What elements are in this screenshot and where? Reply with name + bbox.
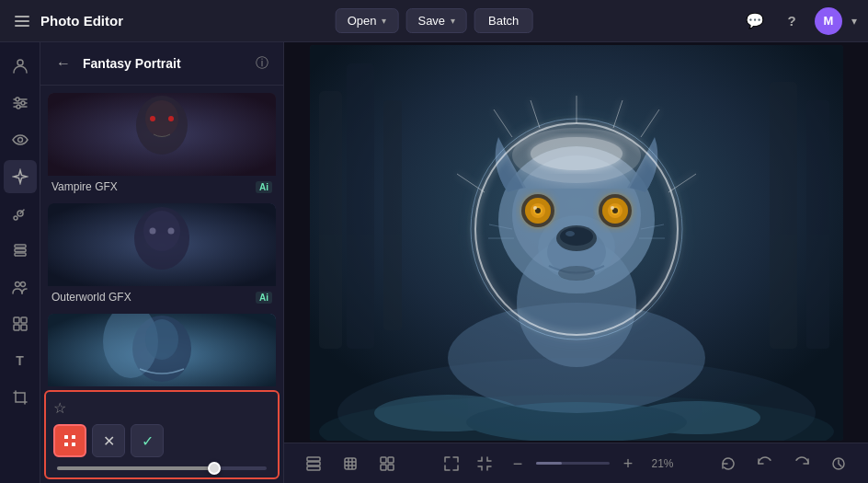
expand-canvas-button[interactable] [437, 449, 466, 478]
back-icon: ← [56, 55, 71, 72]
svg-point-0 [17, 60, 23, 65]
svg-point-6 [17, 105, 20, 109]
sidebar-icon-person[interactable] [4, 50, 37, 83]
svg-rect-39 [347, 63, 374, 349]
slider-track [57, 466, 267, 470]
sidebar-icon-people[interactable] [4, 270, 37, 304]
zoom-in-icon: + [623, 455, 634, 472]
svg-point-4 [16, 98, 19, 101]
open-button[interactable]: Open ▾ [336, 8, 399, 33]
info-icon: ⓘ [256, 55, 268, 72]
topbar-right: 💬 ? M ▾ [741, 7, 857, 35]
svg-point-28 [168, 228, 175, 235]
zoom-in-button[interactable]: + [613, 449, 643, 478]
effect-thumbnail-vampire [48, 93, 276, 176]
svg-point-14 [20, 282, 25, 287]
redo-button[interactable] [787, 449, 817, 478]
canvas-main [284, 42, 868, 443]
svg-point-27 [150, 228, 156, 235]
svg-rect-11 [15, 249, 26, 252]
star-row: ☆ [53, 399, 270, 417]
svg-point-72 [531, 137, 622, 170]
slider-thumb[interactable] [208, 462, 221, 475]
svg-rect-40 [383, 100, 402, 330]
sidebar-icon-grid[interactable] [4, 307, 37, 340]
undo-button[interactable] [750, 449, 780, 478]
svg-rect-41 [770, 82, 797, 349]
svg-rect-91 [381, 457, 386, 463]
svg-rect-15 [14, 317, 19, 323]
toolbar-center-group: − + 21% [437, 449, 679, 478]
sidebar-icon-eye[interactable] [4, 123, 37, 156]
effect-item-deepfreeze[interactable]: Deep Freeze GFX Ai [48, 314, 276, 386]
effect-item-outerworld[interactable]: Outerworld GFX Ai [48, 203, 276, 306]
effect-thumbnail-outerworld [48, 203, 276, 286]
confirm-button[interactable]: ✓ [131, 424, 164, 457]
svg-rect-36 [72, 443, 75, 446]
svg-point-68 [558, 266, 595, 281]
svg-point-7 [17, 138, 22, 143]
expand-chevron-icon[interactable]: ▾ [851, 15, 857, 28]
ai-badge-outerworld: Ai [256, 292, 272, 304]
avatar[interactable]: M [815, 7, 842, 35]
zoom-slider-fill [536, 462, 562, 465]
cancel-button[interactable]: ✕ [92, 424, 125, 457]
sidebar-icon-sliders[interactable] [4, 86, 37, 120]
sidebar-icon-brush[interactable] [4, 197, 37, 230]
sidebar-icon-sparkle[interactable] [4, 160, 37, 193]
x-icon: ✕ [103, 432, 115, 450]
svg-point-5 [21, 101, 25, 105]
grid-toolbar-button[interactable] [372, 449, 402, 478]
svg-point-26 [143, 211, 180, 251]
zoom-slider[interactable] [536, 462, 610, 465]
star-icon[interactable]: ☆ [53, 399, 66, 417]
dog-portrait [310, 45, 843, 441]
panel-header: ← Fantasy Portrait ⓘ [40, 42, 283, 86]
zoom-out-button[interactable]: − [503, 449, 532, 478]
sidebar-icon-layers[interactable] [4, 234, 37, 267]
icon-sidebar: T [0, 42, 40, 483]
svg-rect-94 [388, 465, 394, 470]
zoom-out-icon: − [513, 455, 523, 472]
compress-canvas-button[interactable] [470, 449, 499, 478]
zoom-percentage: 21% [646, 457, 679, 470]
svg-point-23 [168, 116, 174, 121]
svg-point-9 [14, 216, 17, 220]
info-button[interactable]: ⓘ [252, 53, 272, 74]
effects-list: Vampire GFX Ai [40, 86, 283, 386]
chat-icon-button[interactable]: 💬 [741, 7, 769, 35]
history-button[interactable] [824, 449, 853, 478]
intensity-slider[interactable] [53, 466, 270, 470]
batch-button[interactable]: Batch [474, 8, 532, 33]
svg-point-13 [15, 282, 19, 287]
effect-label-row-outerworld: Outerworld GFX Ai [48, 286, 276, 306]
help-icon: ? [787, 13, 795, 29]
effect-thumbnail-deepfreeze [48, 314, 276, 386]
layers-toolbar-button[interactable] [299, 449, 328, 478]
menu-icon[interactable] [11, 12, 33, 30]
back-button[interactable]: ← [51, 52, 75, 75]
svg-point-67 [597, 192, 634, 229]
sidebar-icon-text[interactable]: T [4, 344, 37, 377]
svg-rect-35 [64, 443, 68, 446]
svg-rect-85 [307, 466, 320, 470]
svg-point-60 [520, 192, 556, 229]
svg-rect-10 [15, 245, 26, 247]
svg-rect-38 [319, 91, 342, 349]
canvas-area: − + 21% [284, 42, 868, 483]
sidebar-icon-crop[interactable] [4, 381, 37, 414]
help-icon-button[interactable]: ? [778, 7, 805, 35]
topbar: Photo Editor Open ▾ Save ▾ Batch 💬 ? M ▾ [0, 0, 868, 42]
reset-button[interactable] [714, 449, 743, 478]
save-button[interactable]: Save ▾ [405, 8, 467, 33]
svg-rect-92 [388, 457, 394, 463]
controls-row: ✕ ✓ [53, 424, 270, 457]
settings-button[interactable] [53, 424, 86, 457]
svg-point-52 [560, 227, 593, 246]
slider-fill [57, 466, 214, 470]
svg-rect-86 [345, 458, 356, 469]
effect-item-vampire[interactable]: Vampire GFX Ai [48, 93, 276, 196]
toolbar-right-group [714, 449, 853, 478]
stamp-toolbar-button[interactable] [336, 449, 365, 478]
toolbar-left-group [299, 449, 402, 478]
